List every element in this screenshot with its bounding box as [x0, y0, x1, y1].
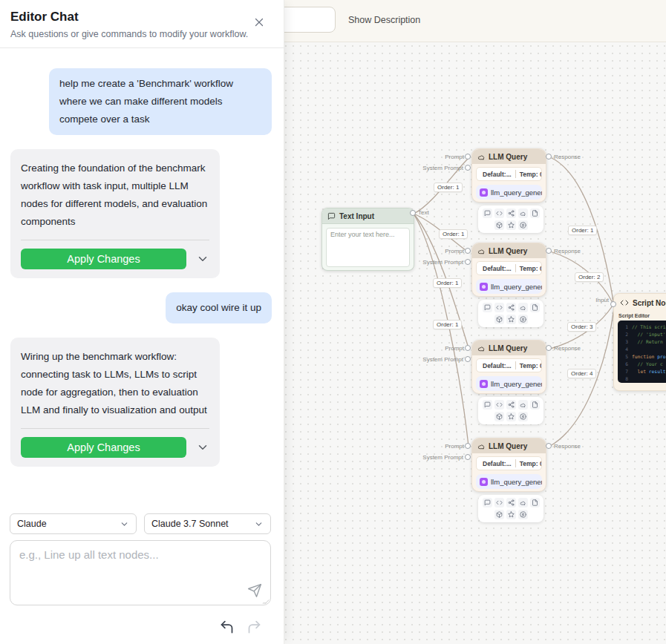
llm-model-row[interactable]: Default:...Temp: 0.7	[476, 261, 542, 275]
input-handle-system-prompt[interactable]	[465, 165, 471, 171]
cloud-icon[interactable]	[518, 303, 528, 312]
output-handle-response[interactable]	[546, 345, 552, 351]
share-icon[interactable]	[506, 303, 516, 312]
cloud-icon[interactable]	[518, 208, 528, 218]
share-icon[interactable]	[506, 400, 516, 410]
file-icon[interactable]	[530, 400, 540, 410]
llm-query-node[interactable]: LLM QueryDefault:...Temp: 0.7llm_query_g…	[471, 438, 546, 492]
apply-changes-button[interactable]: Apply Changes	[21, 437, 186, 458]
dollar-icon[interactable]	[518, 412, 528, 421]
file-icon[interactable]	[530, 208, 540, 218]
star-icon[interactable]	[506, 510, 516, 519]
code-icon	[620, 298, 629, 307]
output-handle-text[interactable]	[410, 210, 416, 216]
input-handle-system-prompt[interactable]	[465, 454, 471, 460]
edge-order-label: Order: 1	[434, 183, 463, 192]
star-icon[interactable]	[506, 315, 516, 324]
box-icon[interactable]	[494, 220, 504, 230]
file-icon	[532, 499, 538, 506]
llm-tool-pill[interactable]: llm_query_generato	[476, 185, 542, 200]
apply-changes-button[interactable]: Apply Changes	[21, 249, 186, 269]
code-icon[interactable]	[494, 303, 504, 312]
port-label-prompt: Prompt	[445, 248, 464, 254]
message-icon[interactable]	[483, 208, 492, 218]
toolbar-row	[483, 400, 540, 410]
message-icon[interactable]	[483, 400, 492, 410]
dollar-icon[interactable]	[518, 510, 528, 519]
provider-select[interactable]: Claude	[10, 513, 137, 534]
chevron-down-icon	[254, 519, 264, 529]
port-label-text: Text	[418, 209, 429, 216]
input-handle-system-prompt[interactable]	[465, 259, 471, 265]
star-icon[interactable]	[506, 220, 516, 230]
output-handle-response[interactable]	[546, 154, 552, 160]
file-icon[interactable]	[530, 498, 540, 507]
llm-tool-pill[interactable]: llm_query_generato	[476, 376, 542, 391]
input-handle-prompt[interactable]	[465, 345, 471, 351]
llm-tool-pill[interactable]: llm_query_generato	[476, 279, 542, 294]
llm-model-value: Default:...	[483, 265, 512, 272]
input-handle-prompt[interactable]	[465, 154, 471, 160]
output-handle-response[interactable]	[546, 248, 552, 254]
text-input-node-header[interactable]: Text Input	[322, 208, 414, 224]
star-icon[interactable]	[506, 412, 516, 421]
llm-model-row[interactable]: Default:...Temp: 0.7	[476, 167, 542, 181]
code-icon	[496, 401, 503, 408]
chevron-down-icon[interactable]	[196, 252, 209, 266]
code-icon[interactable]	[494, 498, 504, 507]
llm-node-header[interactable]: LLM Query	[472, 243, 546, 258]
code-icon[interactable]	[494, 208, 504, 218]
dollar-icon[interactable]	[518, 220, 528, 230]
text-input-node-body: Enter your text here...	[322, 224, 414, 271]
text-input-node[interactable]: Text Input Enter your text here...	[321, 208, 414, 271]
star-icon	[508, 511, 515, 518]
port-label-response: Response	[554, 248, 581, 254]
cloud-icon[interactable]	[518, 498, 528, 507]
chevron-down-icon[interactable]	[196, 441, 209, 454]
script-code-editor[interactable]: 1// This script2 // 'input' v3 // Return…	[618, 321, 666, 383]
llm-node-header[interactable]: LLM Query	[472, 438, 546, 453]
llm-model-row[interactable]: Default:...Temp: 0.7	[476, 358, 542, 372]
input-handle-script[interactable]	[610, 301, 616, 307]
send-icon[interactable]	[247, 583, 262, 598]
dollar-icon[interactable]	[518, 315, 528, 324]
box-icon[interactable]	[494, 315, 504, 324]
script-node-header[interactable]: Script Node	[614, 294, 666, 312]
script-node[interactable]: Script Node Script Editor 1// This scrip…	[613, 293, 666, 391]
llm-temp-value: Temp: 0.7	[520, 265, 542, 272]
code-icon[interactable]	[494, 400, 504, 410]
message-icon[interactable]	[483, 498, 492, 507]
undo-icon[interactable]	[219, 620, 235, 635]
input-handle-system-prompt[interactable]	[465, 356, 471, 362]
message-icon[interactable]	[483, 303, 492, 312]
redo-icon[interactable]	[247, 620, 262, 635]
chat-input[interactable]	[10, 540, 271, 605]
llm-node-title: LLM Query	[489, 442, 527, 450]
llm-node-header[interactable]: LLM Query	[472, 149, 546, 164]
llm-query-node[interactable]: LLM QueryDefault:...Temp: 0.7llm_query_g…	[471, 148, 546, 203]
cloud-icon	[520, 401, 526, 408]
port-label-response: Response	[554, 443, 581, 450]
text-input-textarea[interactable]: Enter your text here...	[326, 228, 410, 267]
edge-order-label: Order: 1	[568, 226, 597, 235]
llm-node-header[interactable]: LLM Query	[472, 341, 546, 355]
share-icon[interactable]	[506, 498, 516, 507]
cloud-icon[interactable]	[518, 400, 528, 410]
code-text: let result	[632, 368, 666, 375]
llm-model-row[interactable]: Default:...Temp: 0.7	[476, 456, 542, 470]
box-icon[interactable]	[494, 412, 504, 421]
box-icon[interactable]	[494, 510, 504, 519]
dollar-icon	[520, 413, 526, 420]
llm-tool-pill[interactable]: llm_query_generato	[476, 474, 542, 489]
model-select[interactable]: Claude 3.7 Sonnet	[144, 513, 271, 534]
file-icon[interactable]	[530, 303, 540, 312]
chat-header: Editor Chat Ask questions or give comman…	[0, 0, 284, 48]
llm-query-node[interactable]: LLM QueryDefault:...Temp: 0.7llm_query_g…	[471, 243, 546, 297]
input-handle-prompt[interactable]	[465, 248, 471, 254]
cloud-icon	[477, 153, 486, 161]
input-handle-prompt[interactable]	[465, 443, 471, 449]
share-icon[interactable]	[506, 208, 516, 218]
close-icon[interactable]	[252, 16, 266, 29]
llm-query-node[interactable]: LLM QueryDefault:...Temp: 0.7llm_query_g…	[471, 340, 546, 394]
output-handle-response[interactable]	[546, 443, 552, 449]
